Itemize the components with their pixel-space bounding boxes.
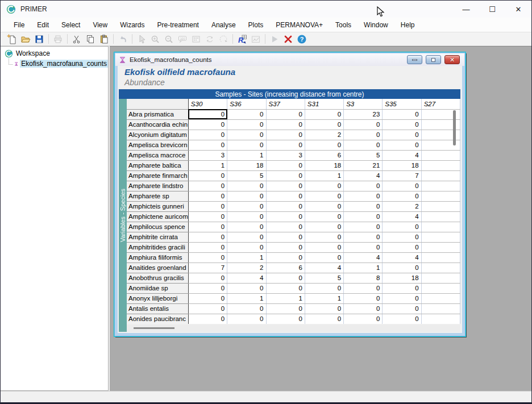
species-label[interactable]: Acanthocardia echin: [127, 119, 188, 130]
data-cell[interactable]: 0: [188, 181, 227, 191]
data-cell[interactable]: [421, 293, 460, 303]
data-cell[interactable]: 0: [188, 273, 227, 283]
data-cell[interactable]: 0: [188, 314, 227, 324]
data-cell[interactable]: 0: [305, 303, 343, 314]
help-icon[interactable]: ?: [295, 33, 309, 45]
species-label[interactable]: Amphitrite cirrata: [127, 232, 188, 242]
data-cell[interactable]: [421, 201, 460, 211]
species-label[interactable]: Amphicteis gunneri: [127, 201, 188, 211]
data-cell[interactable]: 3: [266, 150, 305, 160]
paste-icon[interactable]: [97, 33, 111, 45]
data-cell[interactable]: 0: [188, 303, 227, 314]
column-header-s37[interactable]: S37: [266, 99, 305, 109]
menu-item-window[interactable]: Window: [358, 19, 394, 31]
data-cell[interactable]: 0: [266, 232, 305, 242]
horizontal-scrollbar-track[interactable]: [127, 324, 460, 332]
data-cell[interactable]: 0: [305, 211, 343, 222]
data-cell[interactable]: 0: [344, 130, 383, 140]
data-cell[interactable]: 0: [227, 232, 266, 242]
data-cell[interactable]: 0: [188, 222, 227, 232]
data-cell[interactable]: 4: [227, 273, 266, 283]
menu-item-permanova-[interactable]: PERMANOVA+: [269, 19, 329, 31]
data-cell[interactable]: 0: [188, 201, 227, 211]
species-label[interactable]: Ampharete lindstro: [127, 181, 188, 191]
data-cell[interactable]: 18: [383, 273, 421, 283]
new-workspace-icon[interactable]: [5, 33, 19, 45]
data-cell[interactable]: 4: [383, 252, 421, 263]
data-cell[interactable]: 0: [383, 283, 421, 293]
column-header-s3[interactable]: S3: [344, 99, 383, 109]
data-cell[interactable]: 0: [305, 283, 343, 293]
data-cell[interactable]: 0: [188, 232, 227, 242]
data-cell[interactable]: 0: [344, 191, 383, 201]
menu-item-help[interactable]: Help: [394, 19, 421, 31]
menu-item-edit[interactable]: Edit: [31, 19, 55, 31]
data-cell[interactable]: 4: [344, 170, 383, 181]
horizontal-scrollbar-thumb[interactable]: [134, 327, 174, 329]
data-cell[interactable]: 0: [266, 201, 305, 211]
data-cell[interactable]: [421, 314, 460, 324]
data-cell[interactable]: 0: [188, 109, 227, 119]
data-cell[interactable]: 5: [305, 273, 343, 283]
data-cell[interactable]: 0: [305, 252, 343, 263]
data-cell[interactable]: 0: [383, 303, 421, 314]
menu-item-pre-treatment[interactable]: Pre-treatment: [151, 19, 205, 31]
menu-item-wizards[interactable]: Wizards: [114, 19, 151, 31]
column-header-s30[interactable]: S30: [188, 99, 227, 109]
data-cell[interactable]: 6: [305, 150, 343, 160]
data-cell[interactable]: [421, 242, 460, 252]
data-cell[interactable]: 0: [383, 222, 421, 232]
menu-item-plots[interactable]: Plots: [242, 19, 270, 31]
open-icon[interactable]: [19, 33, 32, 45]
species-label[interactable]: Amphiura filiformis: [127, 252, 188, 263]
doc-close-button[interactable]: ✕: [444, 55, 460, 64]
data-cell[interactable]: 0: [383, 293, 421, 303]
data-cell[interactable]: 21: [344, 160, 383, 170]
data-cell[interactable]: 0: [383, 263, 421, 273]
data-cell[interactable]: 0: [266, 119, 305, 130]
data-cell[interactable]: 0: [266, 181, 305, 191]
data-cell[interactable]: 1: [344, 263, 383, 273]
data-cell[interactable]: 1: [227, 150, 266, 160]
data-cell[interactable]: 0: [227, 303, 266, 314]
data-cell[interactable]: 0: [266, 191, 305, 201]
data-cell[interactable]: 4: [383, 150, 421, 160]
data-cell[interactable]: 0: [344, 283, 383, 293]
data-cell[interactable]: 2: [383, 201, 421, 211]
data-cell[interactable]: 0: [227, 242, 266, 252]
species-label[interactable]: Abra prismatica: [127, 109, 188, 119]
rank-matrix-icon[interactable]: R: [235, 33, 249, 45]
data-cell[interactable]: 18: [305, 160, 343, 170]
species-label[interactable]: Amphictene auricom: [127, 211, 188, 222]
data-cell[interactable]: 0: [227, 181, 266, 191]
data-cell[interactable]: 2: [305, 130, 343, 140]
species-label[interactable]: Ampelisca macroce: [127, 150, 188, 160]
data-cell[interactable]: 0: [344, 303, 383, 314]
data-cell[interactable]: 0: [305, 222, 343, 232]
data-cell[interactable]: 0: [344, 119, 383, 130]
data-cell[interactable]: [421, 232, 460, 242]
data-cell[interactable]: [421, 283, 460, 293]
data-cell[interactable]: 0: [305, 201, 343, 211]
species-label[interactable]: Ampharete sp: [127, 191, 188, 201]
data-cell[interactable]: 4: [305, 263, 343, 273]
species-label[interactable]: Antalis entalis: [127, 303, 188, 314]
data-cell[interactable]: 0: [266, 283, 305, 293]
data-cell[interactable]: 0: [227, 222, 266, 232]
data-cell[interactable]: [421, 222, 460, 232]
menu-item-tools[interactable]: Tools: [329, 19, 358, 31]
copy-icon[interactable]: [84, 33, 97, 45]
menu-item-file[interactable]: File: [7, 19, 31, 31]
datasheet-window-titlebar[interactable]: Ekofisk_macrofauna_counts ✕: [115, 53, 464, 66]
data-cell[interactable]: 0: [227, 314, 266, 324]
data-cell[interactable]: 0: [227, 191, 266, 201]
data-cell[interactable]: 0: [344, 222, 383, 232]
data-cell[interactable]: 0: [344, 232, 383, 242]
data-cell[interactable]: 0: [344, 181, 383, 191]
data-cell[interactable]: [421, 170, 460, 181]
data-cell[interactable]: [421, 181, 460, 191]
doc-restore-button[interactable]: [426, 55, 441, 64]
data-cell[interactable]: 8: [344, 273, 383, 283]
data-cell[interactable]: 0: [188, 293, 227, 303]
data-cell[interactable]: 0: [188, 140, 227, 150]
